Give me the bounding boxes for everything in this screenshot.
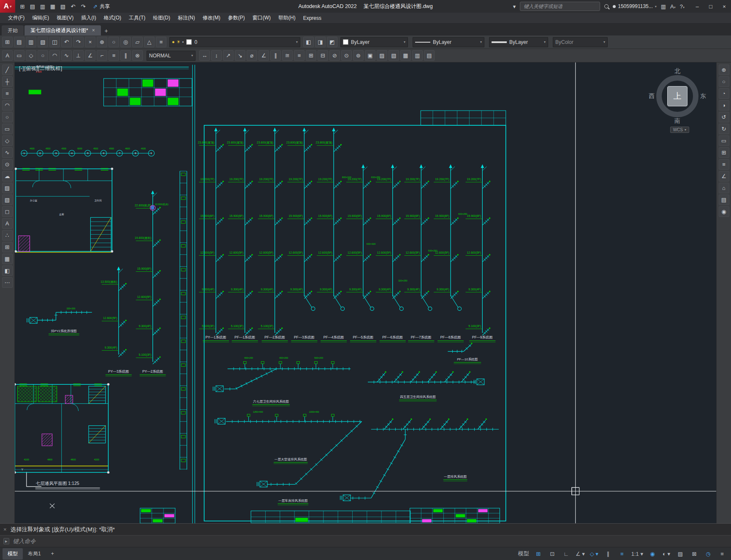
- layer-properties-icon[interactable]: ◧: [303, 37, 314, 47]
- nav-pan-icon[interactable]: ⊕: [719, 65, 729, 75]
- search-history-caret-icon[interactable]: ▾: [513, 3, 516, 10]
- model-space-canvas[interactable]: 1460024500345004600054500645007460084600…: [15, 62, 716, 523]
- tool-spline-icon[interactable]: ∿: [2, 147, 13, 158]
- menu-item-12[interactable]: 帮助(H): [274, 13, 299, 23]
- nav-viewport-icon[interactable]: ▭: [719, 135, 729, 146]
- new-tab-button[interactable]: +: [102, 26, 111, 35]
- layer-lock-icon[interactable]: ▪: [182, 40, 184, 44]
- menu-item-3[interactable]: 视图(V): [53, 13, 77, 23]
- erase-icon[interactable]: ×: [85, 37, 95, 47]
- account-button[interactable]: 15059991135... ▾: [613, 3, 657, 9]
- pan-icon[interactable]: ⊕: [97, 37, 107, 47]
- menu-item-10[interactable]: 参数(P): [224, 13, 249, 23]
- grid-toggle[interactable]: ⊞: [532, 549, 545, 558]
- color-dropdown[interactable]: ByLayer ▾: [340, 37, 408, 47]
- spline-icon[interactable]: ∿: [61, 50, 72, 61]
- layout-tab-1[interactable]: 模型: [3, 548, 23, 560]
- dim-angular-icon[interactable]: ∠: [258, 50, 269, 61]
- new-file-icon[interactable]: ⊞: [18, 2, 27, 11]
- menu-item-11[interactable]: 窗口(W): [249, 13, 274, 23]
- workspace-switch[interactable]: ◐ ▾: [660, 549, 673, 558]
- dim-diameter-icon[interactable]: ⌀: [247, 50, 257, 61]
- donut-icon[interactable]: ⊚: [353, 50, 364, 61]
- minimize-button[interactable]: –: [690, 0, 704, 13]
- plot-icon[interactable]: ▧: [58, 2, 68, 11]
- zoom-icon[interactable]: ○: [109, 37, 119, 47]
- dim-aligned-icon[interactable]: ↗: [223, 50, 234, 61]
- menu-item-9[interactable]: 修改(M): [199, 13, 224, 23]
- nav-sheet-icon[interactable]: ▤: [719, 195, 729, 205]
- menu-item-1[interactable]: 文件(F): [4, 13, 28, 23]
- preview-icon[interactable]: ◫: [49, 37, 60, 47]
- tool-polygon-icon[interactable]: ◇: [2, 135, 13, 146]
- command-customize-icon[interactable]: ▸: [3, 538, 9, 544]
- boundary-icon[interactable]: ▦: [400, 50, 411, 61]
- save-icon[interactable]: ▥: [38, 2, 47, 11]
- command-close-icon[interactable]: ×: [3, 526, 7, 533]
- snap-toggle[interactable]: ⊡: [546, 549, 559, 558]
- redo-icon[interactable]: ↷: [79, 2, 88, 11]
- tool-block-icon[interactable]: ⊞: [2, 242, 13, 252]
- redo-icon[interactable]: ↷: [73, 37, 84, 47]
- lineweight-dropdown[interactable]: ByLayer ▾: [489, 37, 548, 47]
- tool-text-icon[interactable]: A: [2, 218, 13, 229]
- hatch-icon[interactable]: ▨: [377, 50, 387, 61]
- gradient-icon[interactable]: ▧: [389, 50, 399, 61]
- tool-xline-icon[interactable]: ┼: [2, 76, 13, 87]
- match-props-icon[interactable]: △: [144, 37, 155, 47]
- angle-icon[interactable]: ∠: [85, 50, 95, 61]
- annotation-visibility[interactable]: ◉: [646, 549, 659, 558]
- perp-icon[interactable]: ⊥: [73, 50, 84, 61]
- hardware-accel[interactable]: ◷: [702, 549, 715, 558]
- dim-leader-icon[interactable]: ↘: [235, 50, 245, 61]
- viewcube[interactable]: 上 北 南 西 东: [649, 68, 705, 124]
- app-store-cart-icon[interactable]: ▥: [661, 3, 666, 10]
- open-icon[interactable]: ▤: [14, 37, 24, 47]
- lineweight-toggle[interactable]: ≡: [616, 549, 628, 558]
- autodesk-apps-icon[interactable]: A▾: [670, 3, 676, 10]
- search-input[interactable]: 键入关键字或短语: [520, 2, 600, 11]
- layer-dropdown[interactable]: ●☀▪ 0 ▾: [169, 37, 300, 47]
- tool-table-icon[interactable]: ▦: [2, 254, 13, 264]
- viewcube-west-label[interactable]: 西: [649, 92, 655, 100]
- menu-item-8[interactable]: 标注(N): [174, 13, 199, 23]
- wcs-selector[interactable]: WCS ▾: [670, 127, 689, 133]
- tool-arc-icon[interactable]: ◠: [2, 100, 13, 111]
- plotstyle-dropdown[interactable]: ByColor ▾: [553, 37, 608, 47]
- dim-continue-icon[interactable]: ≅: [282, 50, 293, 61]
- viewcube-top-face[interactable]: 上: [667, 86, 688, 106]
- save-as-icon[interactable]: ▦: [48, 2, 57, 11]
- viewcube-east-label[interactable]: 东: [700, 92, 706, 100]
- search-icon[interactable]: [604, 4, 609, 8]
- nav-redo-view-icon[interactable]: ↻: [719, 124, 729, 134]
- circle-icon[interactable]: ○: [38, 50, 48, 61]
- open-folder-icon[interactable]: ▤: [28, 2, 37, 11]
- tab-start[interactable]: 开始: [2, 25, 24, 35]
- nav-angle-icon[interactable]: ∠: [719, 171, 729, 181]
- menu-item-4[interactable]: 插入(I): [77, 13, 100, 23]
- clean-screen[interactable]: ⊠: [688, 549, 701, 558]
- annotation-scale[interactable]: 1:1 ▾: [630, 549, 645, 558]
- region-icon[interactable]: ▣: [365, 50, 375, 61]
- measure-icon[interactable]: ▤: [424, 50, 435, 61]
- dim-style-icon[interactable]: ≡: [294, 50, 304, 61]
- text-style-dropdown[interactable]: NORMAL ▾: [147, 51, 196, 61]
- xline-icon[interactable]: ⌐: [97, 50, 107, 61]
- otrack-toggle[interactable]: ∥: [602, 549, 614, 558]
- nav-target-icon[interactable]: ◉: [719, 206, 729, 217]
- layers-icon[interactable]: ≡: [109, 50, 119, 61]
- help-menu-icon[interactable]: ?▾: [680, 3, 685, 10]
- properties-icon[interactable]: ▱: [132, 37, 143, 47]
- viewcube-north-label[interactable]: 北: [674, 68, 680, 75]
- plot-icon[interactable]: ▧: [38, 37, 48, 47]
- layout-tab-2[interactable]: 布局1: [23, 548, 46, 560]
- undo-icon[interactable]: ↶: [61, 37, 72, 47]
- nav-orbit-icon[interactable]: ◔: [719, 88, 729, 99]
- tool-gradient-icon[interactable]: ▧: [2, 195, 13, 205]
- arc-icon[interactable]: ◠: [49, 50, 60, 61]
- tool-point-icon[interactable]: ⊙: [2, 159, 13, 170]
- layer-sun-icon[interactable]: ☀: [177, 40, 181, 44]
- menu-item-7[interactable]: 绘图(D): [149, 13, 174, 23]
- tab-drawing[interactable]: 某七层综合楼通风设计图* ×: [24, 25, 101, 35]
- maximize-button[interactable]: □: [704, 0, 717, 13]
